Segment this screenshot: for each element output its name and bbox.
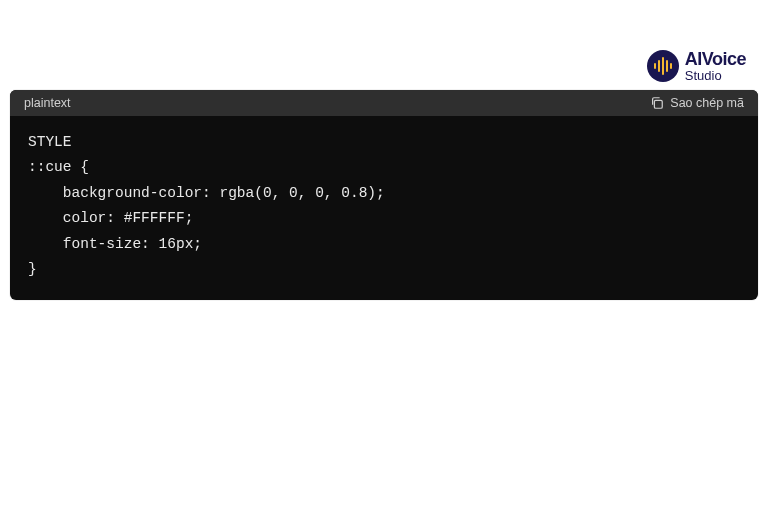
copy-code-button[interactable]: Sao chép mã — [650, 96, 744, 110]
brand-logo: AIVoice Studio — [647, 50, 746, 82]
code-content: STYLE ::cue { background-color: rgba(0, … — [10, 116, 758, 300]
logo-brand-text: AIVoice — [685, 50, 746, 68]
code-block: plaintext Sao chép mã STYLE ::cue { back… — [10, 90, 758, 300]
logo-sub-text: Studio — [685, 69, 746, 82]
copy-label: Sao chép mã — [670, 96, 744, 110]
language-label: plaintext — [24, 96, 71, 110]
soundwave-icon — [647, 50, 679, 82]
svg-rect-5 — [655, 100, 663, 108]
copy-icon — [650, 96, 664, 110]
code-header: plaintext Sao chép mã — [10, 90, 758, 116]
